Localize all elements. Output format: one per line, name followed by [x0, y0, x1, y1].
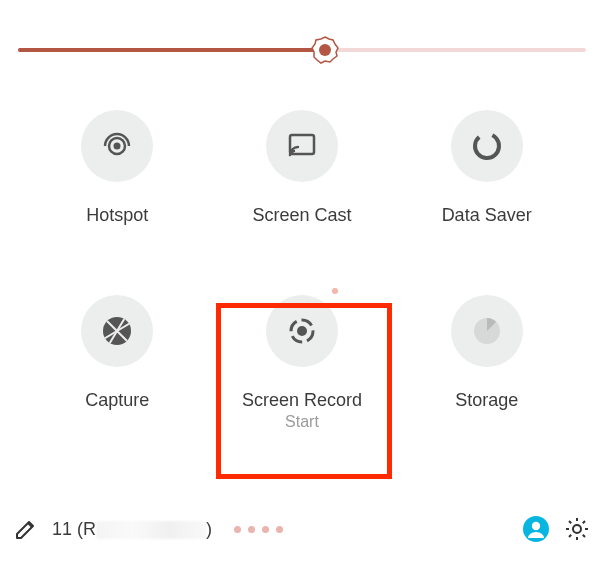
svg-line-29 — [583, 521, 585, 523]
pager-dot — [262, 526, 269, 533]
hotspot-icon — [97, 126, 137, 166]
pager-dot — [276, 526, 283, 533]
record-icon — [282, 311, 322, 351]
svg-line-27 — [583, 535, 585, 537]
build-version-text: 11 (R) — [52, 519, 212, 540]
tile-label: Data Saver — [442, 204, 532, 227]
tile-datasaver[interactable]: Data Saver — [407, 110, 567, 227]
brightness-thumb-icon[interactable] — [311, 36, 339, 64]
svg-line-26 — [569, 521, 571, 523]
svg-point-6 — [470, 129, 504, 163]
settings-button[interactable] — [564, 516, 590, 542]
tile-label: Capture — [85, 389, 149, 412]
svg-point-1 — [319, 44, 331, 56]
svg-point-5 — [290, 151, 293, 154]
tile-label: Storage — [455, 389, 518, 412]
edit-tiles-button[interactable] — [14, 517, 38, 541]
tile-storage[interactable]: Storage — [407, 295, 567, 432]
tile-hotspot[interactable]: Hotspot — [37, 110, 197, 227]
page-indicator[interactable] — [234, 526, 283, 533]
storage-pie-icon — [467, 311, 507, 351]
svg-point-20 — [532, 522, 540, 530]
svg-point-16 — [297, 326, 307, 336]
tile-label: Screen Cast — [252, 204, 351, 227]
tile-capture[interactable]: Capture — [37, 295, 197, 432]
svg-line-28 — [569, 535, 571, 537]
footer-bar: 11 (R) — [14, 515, 590, 543]
redacted-text — [96, 521, 206, 539]
brightness-slider[interactable] — [18, 36, 586, 64]
cast-icon — [282, 126, 322, 166]
tile-screenrecord[interactable]: Screen Record Start — [222, 295, 382, 432]
pager-dot — [234, 526, 241, 533]
aperture-icon — [97, 311, 137, 351]
user-switch-button[interactable] — [522, 515, 550, 543]
data-saver-icon — [467, 126, 507, 166]
tile-sublabel: Start — [285, 413, 319, 431]
tile-screencast[interactable]: Screen Cast — [222, 110, 382, 227]
recording-indicator-dot — [332, 288, 338, 294]
slider-fill — [18, 48, 325, 52]
tile-label: Hotspot — [86, 204, 148, 227]
svg-point-2 — [114, 143, 121, 150]
tile-label: Screen Record — [242, 389, 362, 412]
svg-point-21 — [573, 525, 581, 533]
pager-dot — [248, 526, 255, 533]
quick-settings-grid: Hotspot Screen Cast Data Saver — [30, 110, 574, 431]
